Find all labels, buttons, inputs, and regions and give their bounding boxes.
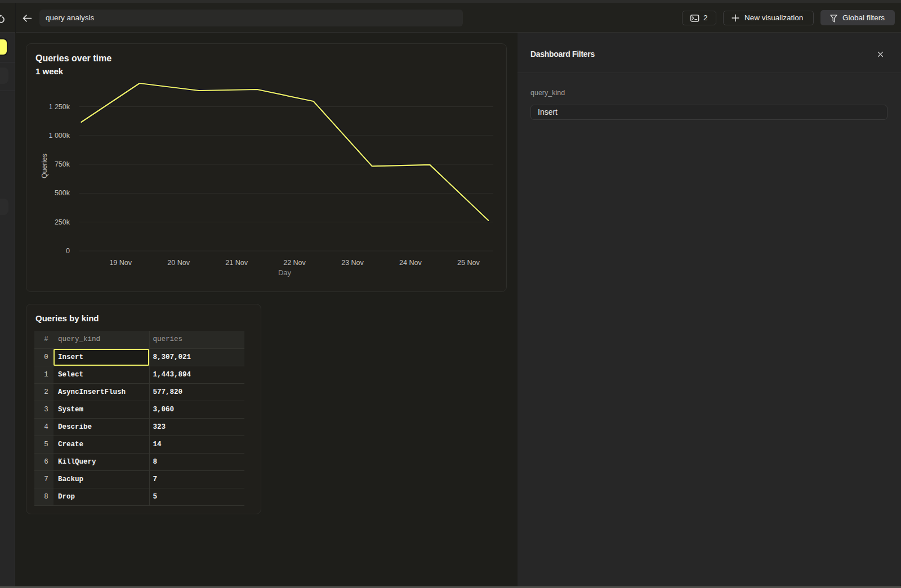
svg-text:24 Nov: 24 Nov [399,259,422,267]
svg-text:1 000k: 1 000k [48,132,70,140]
svg-text:23 Nov: 23 Nov [341,259,364,267]
svg-text:19 Nov: 19 Nov [109,259,132,267]
svg-text:1 250k: 1 250k [48,103,70,111]
svg-text:20 Nov: 20 Nov [167,259,190,267]
svg-text:750k: 750k [55,160,70,168]
svg-text:Day: Day [278,268,292,277]
svg-text:0: 0 [66,247,70,255]
svg-text:500k: 500k [55,189,70,197]
svg-text:22 Nov: 22 Nov [283,259,306,267]
svg-text:Queries: Queries [41,154,48,178]
svg-text:21 Nov: 21 Nov [225,259,248,267]
svg-text:25 Nov: 25 Nov [457,259,480,267]
svg-text:250k: 250k [55,218,70,226]
